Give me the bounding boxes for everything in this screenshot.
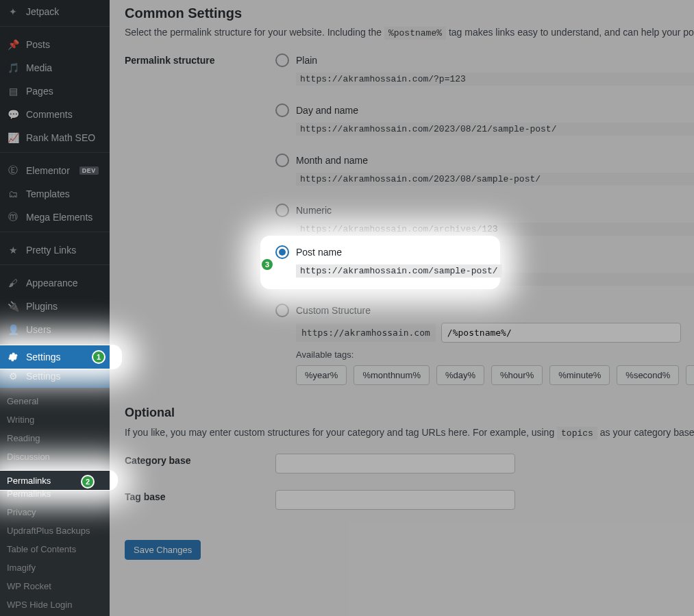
sidebar-item-label: Users — [26, 324, 51, 335]
tag-minute[interactable]: %minute% — [549, 365, 610, 385]
postname-tag: %postname% — [384, 27, 446, 40]
sample-url: https://akramhossain.com/2023/08/21/samp… — [296, 123, 694, 136]
radio-input-postname[interactable] — [275, 245, 289, 259]
templates-icon: 🗂 — [7, 188, 19, 200]
tag-postid[interactable]: %post_id% — [686, 365, 694, 385]
settings-icon — [7, 352, 19, 362]
save-button[interactable]: Save Changes — [125, 540, 201, 560]
sidebar-item-jetpack[interactable]: ✦ Jetpack — [0, 0, 110, 23]
sidebar-item-label: Templates — [26, 188, 70, 199]
sidebar-item-label: Plugins — [26, 301, 58, 312]
sidebar-item-label: Pages — [26, 86, 53, 97]
section-heading: Common Settings — [125, 5, 694, 21]
section-desc: Select the permalink structure for your … — [125, 27, 694, 38]
step-badge-2: 2 — [81, 475, 95, 489]
jetpack-icon: ✦ — [7, 5, 19, 18]
sidebar-item-label: Settings — [26, 371, 61, 382]
tag-base-input[interactable] — [275, 490, 515, 510]
sample-url: https://akramhossain.com/2023/08/sample-… — [296, 173, 694, 186]
seo-icon: 📈 — [7, 132, 19, 144]
media-icon: 🎵 — [7, 62, 19, 74]
plugins-icon: 🔌 — [7, 300, 19, 312]
radio-input-plain[interactable] — [275, 53, 289, 67]
available-tags: %year% %monthnum% %day% %hour% %minute% … — [296, 365, 694, 385]
sidebar-item-label: Rank Math SEO — [26, 132, 95, 143]
star-icon: ★ — [7, 244, 19, 256]
sidebar-item-appearance[interactable]: 🖌 Appearance — [0, 271, 110, 295]
radio-input-numeric[interactable] — [275, 204, 289, 217]
sidebar-item-plugins[interactable]: 🔌 Plugins — [0, 295, 110, 318]
subitem-imagify[interactable]: Imagify — [0, 558, 110, 577]
pages-icon: ▤ — [7, 85, 19, 97]
settings-permalinks-content: Common Settings Select the permalink str… — [110, 0, 694, 616]
sample-url: https://akramhossain.com/?p=123 — [296, 73, 694, 86]
subitem-wpshidelogin[interactable]: WPS Hide Login — [0, 595, 110, 614]
radio-input-monthname[interactable] — [275, 153, 289, 167]
subitem-updraftplus[interactable]: UpdraftPlus Backups — [0, 521, 110, 540]
sidebar-item-posts[interactable]: 📌 Posts — [0, 33, 110, 56]
sidebar-item-label: Appearance — [26, 278, 78, 288]
radio-dayname[interactable]: Day and name https://akramhossain.com/20… — [275, 103, 694, 136]
radio-label: Numeric — [296, 205, 332, 216]
step-badge-1: 1 — [92, 350, 106, 364]
elementor-icon: Ⓔ — [7, 164, 19, 177]
sidebar-item-pages[interactable]: ▤ Pages — [0, 79, 110, 103]
radio-label: Plain — [296, 55, 317, 66]
tag-day[interactable]: %day% — [436, 365, 484, 385]
sidebar-item-label: Permalinks — [7, 476, 51, 486]
custom-structure-input[interactable] — [441, 323, 681, 343]
radio-label: Custom Structure — [296, 305, 371, 316]
available-tags-label: Available tags: — [296, 349, 694, 360]
sidebar-item-media[interactable]: 🎵 Media — [0, 56, 110, 79]
spot-radio-postname[interactable]: Post name https://akramhossain.com/sampl… — [275, 245, 502, 278]
comments-icon: 💬 — [7, 108, 19, 121]
radio-plain[interactable]: Plain https://akramhossain.com/?p=123 — [275, 53, 694, 86]
sample-url: https://akramhossain.com/sample-post/ — [296, 264, 502, 278]
permalink-radio-list: Plain https://akramhossain.com/?p=123 Da… — [275, 53, 694, 385]
radio-custom[interactable]: Custom Structure https://akramhossain.co… — [275, 304, 694, 385]
subitem-general[interactable]: General — [0, 392, 110, 410]
sidebar-item-users[interactable]: 👤 Users — [0, 318, 110, 341]
radio-label: Day and name — [296, 105, 358, 116]
subitem-privacy[interactable]: Privacy — [0, 503, 110, 521]
subitem-reading[interactable]: Reading — [0, 429, 110, 447]
sidebar-item-megaelements[interactable]: ⓜ Mega Elements — [0, 206, 110, 229]
radio-label: Month and name — [296, 155, 368, 166]
tag-second[interactable]: %second% — [617, 365, 679, 385]
pin-icon: 📌 — [7, 38, 19, 51]
sidebar-item-label: Jetpack — [26, 6, 59, 17]
optional-desc: If you like, you may enter custom struct… — [125, 427, 694, 439]
subitem-discussion[interactable]: Discussion — [0, 447, 110, 466]
sidebar-item-templates[interactable]: 🗂 Templates — [0, 182, 110, 206]
settings-icon: ⚙ — [7, 370, 19, 382]
category-base-label: Category base — [125, 454, 255, 466]
sidebar-item-rankmath[interactable]: 📈 Rank Math SEO — [0, 126, 110, 149]
dev-badge: DEV — [79, 167, 99, 175]
subitem-toc[interactable]: Table of Contents — [0, 540, 110, 558]
radio-numeric[interactable]: Numeric https://akramhossain.com/archive… — [275, 204, 694, 236]
topics-tag: topics — [557, 427, 597, 440]
appearance-icon: 🖌 — [7, 277, 19, 289]
sidebar-item-elementor[interactable]: Ⓔ Elementor DEV — [0, 159, 110, 182]
custom-prefix: https://akramhossain.com — [296, 323, 436, 342]
radio-monthname[interactable]: Month and name https://akramhossain.com/… — [275, 153, 694, 186]
sidebar-item-label: Posts — [26, 39, 50, 50]
tag-year[interactable]: %year% — [296, 365, 347, 385]
sidebar-item-label: Settings — [26, 352, 61, 362]
sidebar-item-comments[interactable]: 💬 Comments — [0, 103, 110, 126]
sidebar-item-label: Elementor — [26, 165, 70, 176]
tag-hour[interactable]: %hour% — [491, 365, 543, 385]
category-base-input[interactable] — [275, 454, 515, 473]
sidebar-item-label: Comments — [26, 109, 73, 120]
subitem-writing[interactable]: Writing — [0, 410, 110, 429]
optional-heading: Optional — [125, 406, 694, 420]
radio-input-dayname[interactable] — [275, 103, 289, 117]
users-icon: 👤 — [7, 323, 19, 336]
radio-label: Post name — [296, 247, 342, 258]
radio-input-custom[interactable] — [275, 304, 289, 317]
sidebar-item-prettylinks[interactable]: ★ Pretty Links — [0, 238, 110, 262]
permalink-structure-label: Permalink structure — [125, 53, 255, 66]
settings-submenu: General Writing Reading Discussion Media… — [0, 388, 110, 616]
subitem-wprocket[interactable]: WP Rocket — [0, 577, 110, 595]
tag-monthnum[interactable]: %monthnum% — [354, 365, 430, 385]
